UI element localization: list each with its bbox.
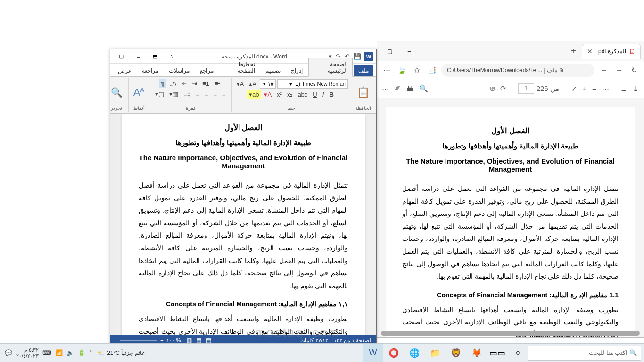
pdf-page-input[interactable] (518, 83, 534, 94)
taskbar-weather[interactable]: ⛅ 21°C غائم جزئياً (97, 350, 145, 356)
group-label-clipboard: الحافظة (355, 106, 372, 111)
ribbon-tab-view[interactable]: عرض (113, 65, 136, 76)
tab-close-icon[interactable]: ✕ (587, 48, 593, 55)
align-center-button[interactable]: ≡ (211, 90, 219, 99)
performance-icon[interactable]: 🍃 (396, 66, 407, 74)
taskbar-search[interactable]: 🔍 اكتب هنا للبحث (528, 346, 641, 361)
ribbon-tab-layout[interactable]: تخطيط الصفحة (219, 58, 260, 76)
align-right-button[interactable]: ≡ (220, 90, 228, 99)
ribbon-tab-references[interactable]: مراجع (195, 65, 218, 76)
superscript-button[interactable]: x² (275, 90, 284, 99)
settings-icon[interactable]: ⋯ (381, 66, 392, 74)
taskbar-folder-icon[interactable]: 📁 (425, 344, 445, 362)
forward-icon[interactable]: → (613, 66, 625, 74)
taskbar-clock[interactable]: ٥:٣٢ م ٢٠/٤/٢٠٢٣ (16, 347, 39, 358)
word-page[interactable]: الفصل الأول طبيعة الإدارة المالية وأهميت… (122, 114, 365, 335)
win-ribbon-toggle[interactable]: ⬒ (147, 51, 163, 62)
view-print-icon[interactable]: ▦ (196, 337, 201, 344)
find-button[interactable]: 🔍 (109, 86, 124, 99)
pdf-zoom-in-icon[interactable]: + (583, 84, 587, 92)
highlight-button[interactable]: ab▾ (247, 90, 261, 99)
taskbar-firefox-icon[interactable]: 🦊 (467, 344, 487, 362)
refresh-icon[interactable]: ↻ (628, 66, 640, 74)
win-maximize-button[interactable]: ▢ (113, 51, 129, 62)
pdf-more2-icon[interactable]: ⋯ (382, 84, 389, 93)
view-web-icon[interactable]: ▥ (187, 337, 192, 344)
taskbar-brave-icon[interactable]: 🦁 (446, 344, 466, 362)
zoom-out-button[interactable]: – (114, 337, 117, 343)
justify-button[interactable]: ≡ (194, 90, 201, 99)
window-maximize-button[interactable]: ▢ (380, 45, 399, 58)
tray-chevron-icon[interactable]: ˄ (89, 349, 92, 356)
pdf-scrollbar-horizontal[interactable] (381, 331, 640, 336)
tray-notifications-icon[interactable]: 💬 (5, 349, 12, 356)
win-help-button[interactable]: ? (164, 51, 180, 62)
taskbar-cortana-icon[interactable]: ○ (508, 344, 528, 362)
tray-keyboard-icon[interactable]: ⌨ (42, 349, 51, 356)
pdf-read-icon[interactable]: ⎚ (490, 84, 495, 92)
zoom-level[interactable]: ١٠٠ % (166, 337, 181, 344)
ribbon-tab-design[interactable]: تصميم (261, 65, 285, 76)
pdf-save-icon[interactable]: ⤓ (633, 84, 639, 93)
grow-font-icon[interactable]: A▴ (247, 80, 258, 89)
ribbon-tab-insert[interactable]: إدراج (286, 65, 307, 76)
subscript-button[interactable]: x₂ (285, 90, 295, 99)
pdf-print-icon[interactable]: 🖶 (406, 84, 413, 92)
browser-tab[interactable]: 🗎 المذكرة.pdf ✕ (582, 44, 641, 59)
view-read-icon[interactable]: ▤ (206, 337, 211, 344)
favorites-icon[interactable]: ✩ (411, 66, 422, 74)
ribbon-tab-file[interactable]: ملف (354, 65, 373, 76)
align-left-button[interactable]: ≡ (203, 90, 210, 99)
tray-sound-icon[interactable]: 🔈 (66, 349, 74, 356)
ribbon-tab-mailings[interactable]: مراسلات (164, 65, 194, 76)
shading-button[interactable]: ▦▾ (167, 90, 180, 99)
styles-button[interactable]: Aᴬ (132, 85, 147, 99)
line-spacing-button[interactable]: ‡≡ (182, 90, 192, 99)
pdf-fit-icon[interactable]: ⤢ (571, 84, 577, 93)
taskbar-chrome-icon[interactable]: ⭕ (384, 344, 404, 362)
win-minimize-button[interactable]: – (130, 51, 146, 62)
sort-button[interactable]: A↓ (167, 79, 178, 88)
word-scrollbar-vertical[interactable] (110, 114, 117, 335)
underline-button[interactable]: U (311, 90, 319, 99)
url-field[interactable]: C:/Users/TheMorrow/Downloads/Tel... | مل… (441, 64, 594, 77)
pdf-more-icon[interactable]: ⋯ (602, 84, 609, 93)
indent-inc-button[interactable]: ⇥ (190, 79, 199, 88)
tray-wifi-icon[interactable]: 📶 (55, 349, 63, 356)
italic-button[interactable]: I (321, 90, 326, 99)
ribbon-tab-review[interactable]: مراجعة (137, 65, 163, 76)
doc-title-ar: طبيعة الإدارة المالية وأهميتها وأهدافها … (402, 142, 619, 150)
shrink-font-icon[interactable]: A▾ (235, 80, 246, 89)
strike-button[interactable]: abc (296, 90, 309, 99)
zoom-slider[interactable] (120, 340, 157, 341)
pdf-search-icon[interactable]: 🔍 (419, 84, 428, 93)
borders-button[interactable]: ▢▾ (153, 90, 166, 99)
numbering-button[interactable]: 1≡ (200, 79, 211, 88)
paste-button[interactable]: 📋 (355, 85, 372, 99)
collections-icon[interactable]: 📑 (426, 66, 438, 74)
back-icon[interactable]: ← (598, 66, 610, 74)
taskbar-word-icon[interactable]: W (363, 344, 383, 362)
ribbon-group-clipboard: 📋 الحافظة (352, 78, 374, 112)
bold-button[interactable]: B (327, 90, 335, 99)
font-size-select[interactable]: ١٥▾ (260, 79, 276, 89)
show-marks-button[interactable]: ¶ (159, 79, 166, 88)
pdf-rotate-icon[interactable]: ⟳ (500, 84, 506, 93)
new-tab-button[interactable]: + (567, 44, 580, 58)
tray-battery-icon[interactable]: 🔋 (78, 349, 85, 356)
zoom-in-button[interactable]: + (160, 337, 163, 343)
font-color-button[interactable]: A▾ (262, 90, 273, 99)
indent-dec-button[interactable]: ⇤ (180, 79, 189, 88)
taskbar-edge-icon[interactable]: 🌐 (405, 344, 424, 362)
pdf-draw-icon[interactable]: ✐ (395, 84, 401, 93)
ribbon-tab-home[interactable]: الصفحة الرئيسية (308, 58, 353, 77)
taskbar-taskview-icon[interactable]: ▭▭ (487, 344, 507, 362)
bullets-button[interactable]: •≡ (213, 79, 222, 88)
pdf-toolbar: ⤓ ≣ ⋯ – + ⤢ من 226 ⟳ ⎚ 🔍 🖶 ✐ ⋯ (377, 79, 644, 98)
group-label-font: خط (235, 106, 348, 111)
window-minimize-button[interactable]: – (400, 45, 419, 58)
qat-save-icon[interactable]: 💾 (354, 53, 361, 60)
pdf-toc-icon[interactable]: ≣ (621, 84, 627, 93)
pdf-zoom-out-icon[interactable]: – (593, 84, 596, 92)
font-name-select[interactable]: Times New Roman (...▾ (277, 79, 348, 89)
